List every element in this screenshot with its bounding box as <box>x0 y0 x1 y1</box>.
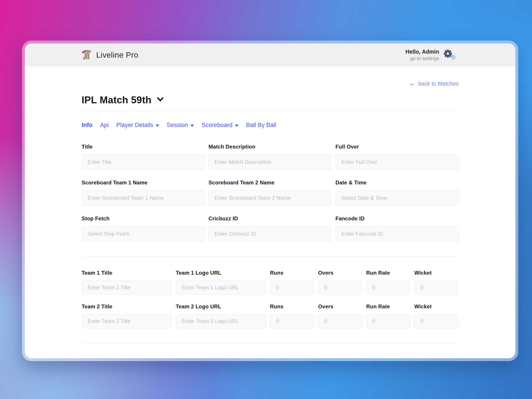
field-label: Overs <box>318 304 362 310</box>
date-time-input[interactable] <box>335 190 459 206</box>
field-team2-runs: Runs <box>270 304 314 328</box>
field-label: Team 1 Logo URL <box>176 270 266 276</box>
full-over-input[interactable] <box>335 154 459 170</box>
field-scoreboard-team1-name: Scoreboard Team 1 Name <box>82 180 205 206</box>
field-label: Full Over <box>335 144 459 150</box>
tab-api[interactable]: Api <box>100 122 109 129</box>
team2-runs-input[interactable] <box>270 314 314 328</box>
team1-form: Team 1 Title Team 1 Logo URL Runs Overs … <box>82 270 459 295</box>
tab-scoreboard-label: Scoreboard <box>202 122 233 129</box>
field-label: Wicket <box>414 304 459 310</box>
field-label: Overs <box>318 270 362 276</box>
field-label: Runs <box>270 270 314 276</box>
tab-scoreboard[interactable]: Scoreboard <box>202 122 239 129</box>
tab-session-label: Session <box>167 122 188 129</box>
match-description-input[interactable] <box>209 154 332 170</box>
team2-wicket-input[interactable] <box>414 314 459 328</box>
team2-logo-url-input[interactable] <box>176 314 266 328</box>
app-card: Liveline Pro Hello, Admin go to settings <box>25 44 515 358</box>
tab-info-label: Info <box>82 122 92 129</box>
go-to-settings-label: go to settings <box>405 56 439 61</box>
match-title-dropdown[interactable]: IPL Match 59th <box>82 95 459 111</box>
app-header: Liveline Pro Hello, Admin go to settings <box>25 44 515 66</box>
team1-runs-input[interactable] <box>270 280 314 295</box>
team1-overs-input[interactable] <box>318 280 362 295</box>
team2-form: Team 2 Title Team 2 Logo URL Runs Overs … <box>82 304 459 328</box>
brand-name: Liveline Pro <box>96 51 138 59</box>
cricbuzz-id-input[interactable] <box>209 226 332 242</box>
field-label: Stop Fetch <box>82 215 205 222</box>
field-label: Match Description <box>209 144 332 150</box>
field-team2-overs: Overs <box>318 304 362 328</box>
team1-title-input[interactable] <box>82 280 172 295</box>
team2-run-rate-input[interactable] <box>366 314 411 328</box>
tab-ball-by-ball-label: Ball By Ball <box>246 122 276 129</box>
tab-ball-by-ball[interactable]: Ball By Ball <box>246 122 276 129</box>
field-label: Run Rate <box>366 304 411 310</box>
settings-gear-icon[interactable] <box>443 49 456 61</box>
scoreboard-team1-name-input[interactable] <box>82 190 205 206</box>
back-to-matches-label: back to Matches <box>418 81 459 87</box>
main-content: ← back to Matches IPL Match 59th Info Ap… <box>25 66 515 358</box>
field-scoreboard-team2-name: Scoreboard Team 2 Name <box>209 180 332 206</box>
stop-fetch-input[interactable] <box>82 226 205 242</box>
field-stop-fetch: Stop Fetch <box>82 215 205 242</box>
scoreboard-team2-name-input[interactable] <box>209 190 332 206</box>
field-cricbuzz-id: Cricbuzz ID <box>209 215 332 242</box>
field-label: Fancode ID <box>335 215 459 222</box>
field-fancode-id: Fancode ID <box>335 215 459 242</box>
field-team2-title: Team 2 Title <box>82 304 172 328</box>
chevron-down-icon <box>190 125 194 127</box>
tab-player-details[interactable]: Player Details <box>116 122 159 129</box>
fancode-id-input[interactable] <box>335 226 459 242</box>
team1-logo-url-input[interactable] <box>176 280 266 295</box>
back-to-matches-link[interactable]: ← back to Matches <box>409 80 459 87</box>
field-label: Team 1 Title <box>82 270 172 276</box>
field-label: Title <box>82 144 205 150</box>
field-team1-title: Team 1 Title <box>82 270 172 295</box>
field-team1-runs: Runs <box>270 270 314 295</box>
team2-overs-input[interactable] <box>318 314 362 328</box>
field-team1-run-rate: Run Rate <box>366 270 411 295</box>
app-window: Liveline Pro Hello, Admin go to settings <box>22 41 518 361</box>
field-team1-wicket: Wicket <box>414 270 459 295</box>
back-row: ← back to Matches <box>82 80 459 87</box>
field-label: Date & Time <box>335 180 459 186</box>
tab-session[interactable]: Session <box>167 122 194 129</box>
user-menu[interactable]: Hello, Admin go to settings <box>405 49 456 61</box>
field-label: Run Rate <box>366 270 411 276</box>
title-input[interactable] <box>82 154 205 170</box>
team2-title-input[interactable] <box>82 314 172 328</box>
section-divider <box>82 256 459 256</box>
tab-api-label: Api <box>100 122 109 129</box>
field-label: Scoreboard Team 1 Name <box>82 180 205 186</box>
team1-wicket-input[interactable] <box>414 280 459 295</box>
user-greeting: Hello, Admin <box>405 49 439 55</box>
field-team2-logo-url: Team 2 Logo URL <box>176 304 266 328</box>
chevron-down-icon[interactable] <box>157 97 164 103</box>
page-title: IPL Match 59th <box>82 95 151 106</box>
field-match-description: Match Description <box>209 144 332 170</box>
field-date-time: Date & Time <box>335 180 459 206</box>
chevron-down-icon <box>156 125 159 127</box>
field-title: Title <box>82 144 205 170</box>
chevron-down-icon <box>235 125 239 127</box>
tab-bar: Info Api Player Details Session Scoreboa… <box>82 122 459 129</box>
left-arrow-icon: ← <box>409 80 415 87</box>
match-info-form: Title Match Description Full Over Scoreb… <box>82 144 459 242</box>
field-team1-overs: Overs <box>318 270 362 295</box>
field-label: Cricbuzz ID <box>209 215 332 222</box>
user-text: Hello, Admin go to settings <box>405 49 439 61</box>
field-team2-wicket: Wicket <box>414 304 459 328</box>
field-label: Wicket <box>414 270 459 276</box>
field-label: Team 2 Title <box>82 304 172 310</box>
field-label: Scoreboard Team 2 Name <box>209 180 332 186</box>
team1-run-rate-input[interactable] <box>366 280 411 295</box>
field-full-over: Full Over <box>335 144 459 170</box>
field-label: Runs <box>270 304 314 310</box>
tab-player-details-label: Player Details <box>116 122 153 129</box>
cricket-logo-icon <box>82 49 92 61</box>
brand[interactable]: Liveline Pro <box>82 49 138 61</box>
tab-info[interactable]: Info <box>82 122 92 129</box>
bottom-divider <box>82 343 459 343</box>
